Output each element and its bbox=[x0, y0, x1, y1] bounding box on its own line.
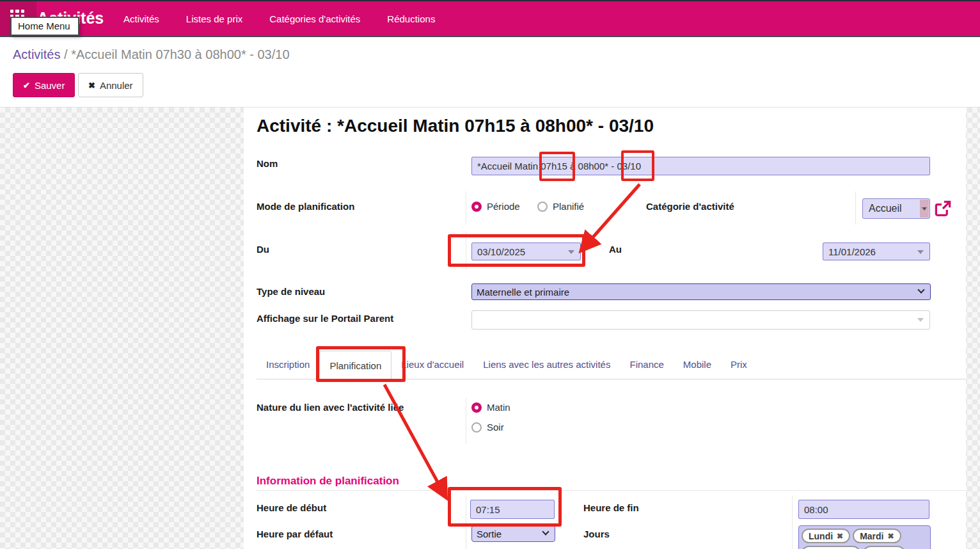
tab-inscription[interactable]: Inscription bbox=[257, 350, 319, 379]
day-tag-label: Lundi bbox=[809, 531, 833, 541]
breadcrumb-current: *Accueil Matin 07h30 à 08h00* - 03/10 bbox=[71, 47, 289, 61]
column-separator bbox=[466, 398, 466, 444]
day-tag-partial bbox=[802, 546, 860, 549]
chevron-down-icon bbox=[917, 286, 924, 293]
heure-fin-label: Heure de fin bbox=[583, 502, 639, 513]
section-title-planification: Information de planification bbox=[257, 475, 399, 488]
du-date-value: 03/10/2025 bbox=[477, 246, 525, 257]
au-label: Au bbox=[609, 244, 622, 255]
day-tag-mardi: Mardi ✖ bbox=[853, 529, 901, 543]
radio-matin-label: Matin bbox=[487, 402, 510, 413]
breadcrumb: Activités / *Accueil Matin 07h30 à 08h00… bbox=[13, 47, 290, 62]
radio-matin[interactable] bbox=[471, 402, 482, 413]
save-button-label: Sauver bbox=[35, 80, 65, 91]
heure-fin-input[interactable]: 08:00 bbox=[798, 500, 929, 519]
close-icon: ✖ bbox=[88, 81, 95, 90]
save-button[interactable]: ✔ Sauver bbox=[13, 73, 75, 97]
heure-defaut-label: Heure par défaut bbox=[257, 529, 333, 539]
portail-parent-select[interactable] bbox=[471, 310, 930, 330]
nature-lien-label: Nature du lien avec l'activité liée bbox=[257, 402, 404, 413]
chevron-down-icon bbox=[917, 318, 924, 322]
heure-debut-label: Heure de début bbox=[257, 502, 326, 513]
radio-planifie-label: Planifié bbox=[553, 201, 584, 212]
column-separator bbox=[466, 495, 466, 549]
nav-item-categories-activites[interactable]: Catégories d'activités bbox=[269, 13, 360, 24]
external-link-icon[interactable] bbox=[933, 199, 952, 218]
chevron-down-icon bbox=[922, 207, 927, 211]
page: Activités Activités Listes de prix Catég… bbox=[0, 0, 980, 549]
radio-planifie[interactable] bbox=[537, 202, 548, 212]
topbar: Activités Activités Listes de prix Catég… bbox=[0, 0, 980, 37]
tab-lieux-daccueil[interactable]: Lieux d'accueil bbox=[391, 350, 473, 379]
tab-prix[interactable]: Prix bbox=[721, 350, 757, 379]
tab-mobile[interactable]: Mobile bbox=[674, 350, 721, 379]
chevron-down-icon bbox=[568, 250, 574, 254]
nav-item-activites[interactable]: Activités bbox=[123, 13, 159, 24]
radio-periode-label: Période bbox=[487, 201, 520, 212]
categorie-activite-value: Accueil bbox=[869, 203, 902, 214]
home-menu-tooltip: Home Menu bbox=[10, 17, 79, 36]
tab-liens-autres-activites[interactable]: Liens avec les autres activités bbox=[473, 350, 620, 379]
categorie-activite-label: Catégorie d'activité bbox=[646, 201, 734, 212]
check-icon: ✔ bbox=[23, 81, 30, 90]
day-tag-partial bbox=[863, 546, 905, 549]
heure-defaut-select[interactable]: Sortie bbox=[471, 525, 555, 542]
jours-multiselect[interactable]: Lundi ✖ Mardi ✖ bbox=[798, 525, 931, 549]
remove-tag-icon[interactable]: ✖ bbox=[888, 532, 894, 541]
breadcrumb-separator: / bbox=[64, 47, 68, 61]
au-date-select[interactable]: 11/01/2026 bbox=[823, 243, 930, 260]
column-separator bbox=[466, 232, 466, 270]
categorie-activite-select[interactable]: Accueil bbox=[862, 198, 930, 219]
top-navigation: Activités Listes de prix Catégories d'ac… bbox=[123, 1, 435, 36]
tab-finance[interactable]: Finance bbox=[620, 350, 673, 379]
tab-bar: Inscription Planification Lieux d'accuei… bbox=[257, 350, 757, 379]
au-date-value: 11/01/2026 bbox=[828, 246, 876, 257]
column-separator bbox=[855, 191, 856, 225]
cancel-button-label: Annuler bbox=[100, 80, 133, 91]
remove-tag-icon[interactable]: ✖ bbox=[837, 532, 843, 541]
chevron-down-icon bbox=[917, 250, 924, 254]
mode-planification-label: Mode de planification bbox=[257, 201, 354, 212]
header-band: Activités / *Accueil Matin 07h30 à 08h00… bbox=[0, 37, 980, 107]
nav-item-listes-de-prix[interactable]: Listes de prix bbox=[186, 13, 242, 24]
radio-soir-label: Soir bbox=[487, 422, 504, 433]
du-date-select[interactable]: 03/10/2025 bbox=[471, 243, 581, 260]
column-separator bbox=[466, 191, 466, 225]
radio-periode[interactable] bbox=[471, 202, 482, 212]
column-separator bbox=[792, 495, 793, 549]
breadcrumb-parent-link[interactable]: Activités bbox=[13, 47, 60, 61]
chevron-down-icon bbox=[542, 528, 549, 535]
du-label: Du bbox=[257, 244, 269, 255]
portail-parent-label: Affichage sur le Portail Parent bbox=[257, 313, 393, 324]
type-niveau-select[interactable]: Maternelle et primaire bbox=[471, 283, 931, 300]
radio-soir[interactable] bbox=[471, 422, 482, 433]
nom-input[interactable]: *Accueil Matin 07h15 à 08h00* - 03/10 bbox=[471, 157, 930, 175]
jours-label: Jours bbox=[583, 529, 610, 539]
nom-label: Nom bbox=[257, 158, 278, 169]
day-tag-label: Mardi bbox=[860, 531, 883, 541]
heure-defaut-value: Sortie bbox=[477, 529, 502, 539]
cancel-button[interactable]: ✖ Annuler bbox=[78, 73, 143, 97]
type-niveau-value: Maternelle et primaire bbox=[477, 287, 569, 298]
nav-item-reductions[interactable]: Réductions bbox=[387, 13, 435, 24]
form-title: Activité : *Accueil Matin 07h15 à 08h00*… bbox=[257, 116, 654, 136]
tab-planification[interactable]: Planification bbox=[319, 351, 391, 380]
type-niveau-label: Type de niveau bbox=[257, 286, 325, 297]
day-tag-lundi: Lundi ✖ bbox=[802, 529, 850, 543]
heure-debut-input[interactable]: 07:15 bbox=[470, 500, 555, 519]
section-divider bbox=[257, 490, 966, 491]
